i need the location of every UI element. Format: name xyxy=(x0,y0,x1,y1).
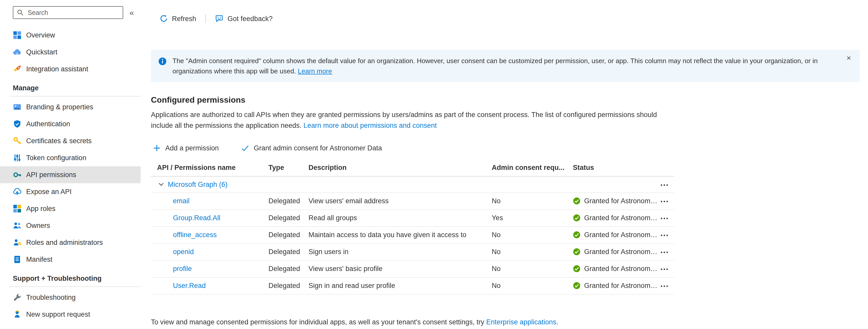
permission-description: Maintain access to data you have given i… xyxy=(309,231,492,239)
sidebar-search-row: « xyxy=(0,6,141,19)
sidebar-item-app-roles[interactable]: App roles xyxy=(0,200,141,217)
permission-type: Delegated xyxy=(269,231,309,239)
permission-link[interactable]: profile xyxy=(173,265,192,273)
sidebar-item-api-permissions[interactable]: API permissions xyxy=(0,166,141,183)
permission-link[interactable]: email xyxy=(173,197,190,205)
grant-admin-consent-label: Grant admin consent for Astronomer Data xyxy=(254,145,382,152)
footer-text: To view and manage consented permissions… xyxy=(151,318,486,326)
feedback-button[interactable]: Got feedback? xyxy=(212,12,276,25)
sidebar-item-label: Expose an API xyxy=(26,188,72,196)
sidebar-item-label: Manifest xyxy=(26,256,52,263)
feedback-label: Got feedback? xyxy=(228,14,273,22)
status-text: Granted for Astronomer... xyxy=(584,282,661,290)
admin-consent-value: No xyxy=(492,282,573,290)
permission-description: Sign users in xyxy=(309,248,492,256)
chevron-down-icon[interactable] xyxy=(158,181,164,188)
sidebar-item-overview[interactable]: Overview xyxy=(0,27,141,43)
page-title: Configured permissions xyxy=(151,95,860,105)
app-roles-icon xyxy=(13,204,22,213)
banner-learn-more-link[interactable]: Learn more xyxy=(298,67,332,75)
admin-consent-value: No xyxy=(492,231,573,239)
admin-consent-value: No xyxy=(492,248,573,256)
status-text: Granted for Astronomer... xyxy=(584,248,661,256)
sidebar-item-label: App roles xyxy=(26,205,56,212)
manifest-icon xyxy=(13,255,22,264)
sidebar-item-new-support-request[interactable]: New support request xyxy=(0,306,141,323)
permission-link[interactable]: Group.Read.All xyxy=(173,214,220,222)
sidebar-item-integration-assistant[interactable]: Integration assistant xyxy=(0,61,141,78)
sidebar-item-certificates-secrets[interactable]: Certificates & secrets xyxy=(0,132,141,149)
row-menu-button[interactable]: ••• xyxy=(661,216,669,221)
sidebar-item-label: Troubleshooting xyxy=(26,294,76,301)
search-box[interactable] xyxy=(13,6,123,19)
status-text: Granted for Astronomer... xyxy=(584,231,661,239)
expose-api-icon xyxy=(13,187,22,196)
admin-consent-value: Yes xyxy=(492,214,573,222)
column-header-name: API / Permissions name xyxy=(151,164,269,172)
permission-link[interactable]: User.Read xyxy=(173,282,206,290)
roles-administrators-icon xyxy=(13,238,22,247)
certificates-icon xyxy=(13,137,22,145)
grant-admin-consent-button[interactable]: Grant admin consent for Astronomer Data xyxy=(240,144,384,153)
search-icon xyxy=(17,9,24,16)
permission-description: View users' basic profile xyxy=(309,265,492,273)
row-menu-button[interactable]: ••• xyxy=(661,283,669,289)
permission-description: View users' email address xyxy=(309,197,492,205)
sidebar-item-branding-properties[interactable]: Branding & properties xyxy=(0,98,141,116)
info-banner: The "Admin consent required" column show… xyxy=(151,50,860,82)
refresh-icon xyxy=(160,14,168,23)
column-header-admin-consent: Admin consent requ... xyxy=(492,164,573,172)
column-header-status: Status xyxy=(573,164,661,172)
info-icon xyxy=(158,57,167,66)
api-permissions-icon xyxy=(13,171,22,179)
row-menu-button[interactable]: ••• xyxy=(661,267,669,272)
token-configuration-icon xyxy=(13,153,22,162)
sidebar-item-quickstart[interactable]: Quickstart xyxy=(0,43,141,61)
granted-check-icon xyxy=(573,231,581,239)
sidebar-item-label: Authentication xyxy=(26,120,70,128)
footer-suffix: . xyxy=(556,318,558,326)
sidebar-item-label: Token configuration xyxy=(26,154,86,162)
status-text: Granted for Astronomer... xyxy=(584,197,661,205)
table-actions: Add a permission Grant admin consent for… xyxy=(151,141,860,156)
branding-icon xyxy=(13,103,22,111)
permission-link[interactable]: openid xyxy=(173,248,194,256)
permissions-consent-link[interactable]: Learn more about permissions and consent xyxy=(303,122,437,129)
row-menu-button[interactable]: ••• xyxy=(661,250,669,256)
banner-message: The "Admin consent required" column show… xyxy=(173,56,839,76)
permissions-table: API / Permissions name Type Description … xyxy=(151,159,674,295)
refresh-button[interactable]: Refresh xyxy=(157,12,199,25)
sidebar-item-expose-an-api[interactable]: Expose an API xyxy=(0,183,141,200)
row-menu-button[interactable]: ••• xyxy=(661,199,669,205)
permission-link[interactable]: offline_access xyxy=(173,231,217,239)
admin-consent-value: No xyxy=(492,265,573,273)
table-row: Group.Read.All Delegated Read all groups… xyxy=(151,210,674,227)
sidebar-item-roles-and-administrators[interactable]: Roles and administrators xyxy=(0,234,141,251)
plus-icon xyxy=(153,145,161,152)
granted-check-icon xyxy=(573,197,581,205)
sidebar-item-token-configuration[interactable]: Token configuration xyxy=(0,149,141,166)
add-permission-button[interactable]: Add a permission xyxy=(151,144,221,153)
search-input[interactable] xyxy=(27,8,119,17)
table-row: User.Read Delegated Sign in and read use… xyxy=(151,278,674,295)
overview-icon xyxy=(13,31,22,39)
permission-type: Delegated xyxy=(269,248,309,256)
sidebar-item-troubleshooting[interactable]: Troubleshooting xyxy=(0,289,141,306)
sidebar-item-owners[interactable]: Owners xyxy=(0,217,141,234)
sidebar-item-label: Certificates & secrets xyxy=(26,137,92,145)
row-menu-button[interactable]: ••• xyxy=(661,182,669,188)
row-menu-button[interactable]: ••• xyxy=(661,233,669,238)
status-text: Granted for Astronomer... xyxy=(584,265,661,273)
sidebar-item-authentication[interactable]: Authentication xyxy=(0,116,141,132)
sidebar-item-manifest[interactable]: Manifest xyxy=(0,251,141,268)
permission-description: Read all groups xyxy=(309,214,492,222)
sidebar-collapse-button[interactable]: « xyxy=(127,8,136,17)
enterprise-applications-link[interactable]: Enterprise applications xyxy=(486,318,556,326)
troubleshooting-icon xyxy=(13,293,22,302)
api-group-link[interactable]: Microsoft Graph (6) xyxy=(168,181,228,188)
sidebar-item-label: New support request xyxy=(26,310,90,318)
sidebar-item-label: Overview xyxy=(26,31,55,39)
granted-check-icon xyxy=(573,265,581,273)
banner-close-icon[interactable]: × xyxy=(843,53,854,62)
owners-icon xyxy=(13,221,22,230)
